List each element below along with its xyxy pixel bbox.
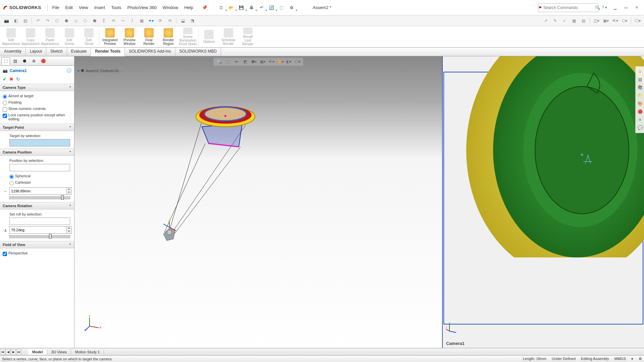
section-target-point[interactable]: Target Point ⌃ [0,124,74,131]
menu-view[interactable]: View [76,4,91,11]
tool-19[interactable]: ⬓ [178,17,187,25]
section-field-of-view[interactable]: Field of View ⌃ [0,241,74,248]
tool-7[interactable]: ⬢ [62,17,71,25]
tab-layout[interactable]: Layout [26,48,46,56]
spin-up[interactable]: ▲ [67,188,71,191]
tool-11[interactable]: Σ [100,17,108,25]
angle-spinner[interactable]: ▲▼ [9,226,71,234]
menu-help[interactable]: Help [181,4,196,11]
tool-6[interactable]: ⬡ [53,17,61,25]
status-units[interactable]: MMGS [614,357,626,361]
angle-slider[interactable] [9,235,70,238]
section-camera-rotation[interactable]: Camera Rotation ⌃ [0,202,74,209]
section-camera-type[interactable]: Camera Type ⌃ [0,84,74,91]
distance-input[interactable] [10,188,66,194]
status-dropdown[interactable]: ▾ [631,357,633,361]
tool-3[interactable]: ▤ [21,17,30,25]
target-selection-input[interactable] [9,139,70,146]
nav-last[interactable]: ⏭ [16,349,21,355]
distance-spinner[interactable]: ▲▼ [9,187,71,195]
rebuild-button[interactable]: 🔄 [267,4,276,12]
distance-slider[interactable] [9,196,70,199]
ribbon-final-render[interactable]: FinalRender [139,27,159,47]
view-triad[interactable]: Y X Z [85,314,101,331]
tool-r4[interactable]: ▦ [570,17,578,25]
spin-down[interactable]: ▼ [67,230,71,233]
resources-icon[interactable]: ▤ [636,76,644,83]
close-button[interactable]: ✕ [632,4,641,11]
tool-8[interactable]: ◇ [71,17,80,25]
collapse-icon[interactable]: ⌃ [69,126,71,129]
tool-20[interactable]: ⬔ [188,17,197,25]
radio-floating[interactable] [3,101,7,105]
camera-viewport[interactable]: + Y Z Camera1 [443,56,644,348]
collapse-icon[interactable]: ⌃ [69,204,71,208]
tool-15[interactable]: ▦ [137,17,146,25]
status-customize[interactable]: ⚙ [639,357,642,361]
tool-r1[interactable]: ↗ [541,17,550,25]
menu-insert[interactable]: Insert [92,4,108,11]
check-perspective[interactable] [3,252,7,256]
undo-button[interactable]: ↶ [257,4,266,12]
ribbon-preview-window[interactable]: PreviewWindow [120,27,139,47]
tool-r7[interactable]: ▣▾ [601,17,610,25]
tool-9[interactable]: ⬠ [81,17,90,25]
help-dropdown[interactable]: ? ▾ [600,4,609,11]
nav-prev[interactable]: ◀ [5,349,11,355]
refresh-button[interactable]: ↻ [16,76,20,82]
tool-r2[interactable]: ✎ [551,17,559,25]
check-lock-camera[interactable] [3,114,7,118]
camera-view-triad[interactable]: Y Z [446,322,458,335]
view-palette-icon[interactable]: 🎨 [636,100,644,107]
nav-first[interactable]: ⏮ [0,349,5,355]
tool-17[interactable]: ⟳ [156,17,165,25]
spin-down[interactable]: ▼ [67,191,71,194]
menu-photoview360[interactable]: PhotoView 360 [125,4,159,11]
tool-10[interactable]: ⬣ [90,17,99,25]
panel-tab-property[interactable]: ▤ [11,57,19,65]
ribbon-render-region[interactable]: RenderRegion [159,27,178,47]
new-doc-button[interactable]: 🗋 [217,4,226,12]
tool-13[interactable]: ⤳ [118,17,127,25]
tool-16[interactable]: ✦▾ [147,17,155,25]
tool-r3[interactable]: ✓ [560,17,569,25]
cancel-button[interactable]: ✖ [9,76,13,82]
custom-props-icon[interactable]: ≡ [636,116,644,123]
collapse-icon[interactable]: ⌃ [69,86,71,89]
tab-solidworks-mbd[interactable]: SOLIDWORKS MBD [175,48,221,56]
angle-input[interactable] [10,227,66,233]
tool-r6[interactable]: ◫▾ [592,17,601,25]
tool-r5[interactable]: ▤ [579,17,588,25]
collapse-icon[interactable]: ⌃ [69,150,71,154]
nav-next[interactable]: ▶ [11,349,16,355]
design-library-icon[interactable]: 📚 [636,84,644,91]
menu-file[interactable]: File [50,4,62,11]
restore-button[interactable]: ▭ [621,4,631,11]
panel-tab-feature-tree[interactable]: ⬚ [1,57,10,65]
radio-spherical[interactable] [9,175,14,179]
radio-aimed[interactable] [3,95,7,99]
appearances-icon[interactable]: 🔴 [636,108,644,115]
file-explorer-icon[interactable]: 📁 [636,92,644,99]
main-viewport[interactable]: 🔍 ⬚ ⬅ ◩ ⬢▾ ▣▾ 👁▾ 🎨▾ ◐▾ 🖵▾ ▸ ⬢ Assem2 (De… [74,56,443,348]
roll-selection-input[interactable] [9,218,70,225]
tool-2[interactable]: ◧ [11,17,20,25]
panel-help-icon[interactable]: ⓘ [67,68,71,74]
bottom-tab-model[interactable]: Model [28,349,47,355]
ok-button[interactable]: ✔ [3,76,7,82]
tab-sketch[interactable]: Sketch [46,48,67,56]
panel-tab-config[interactable]: ⬢ [20,57,29,65]
tool-r8[interactable]: 👁▾ [611,17,620,25]
open-doc-button[interactable]: 📂 [227,4,236,12]
home-icon[interactable]: ⌂ [636,68,644,75]
menu-tools[interactable]: Tools [108,4,124,11]
tool-r10[interactable]: 🖵▾ [633,17,642,25]
print-button[interactable]: 🖶 [247,4,256,12]
pin-icon[interactable]: 📌 [199,4,210,11]
tool-14[interactable]: ⤴ [128,17,137,25]
panel-tab-appearance[interactable]: 🔴 [39,57,48,65]
tool-18[interactable]: ⟲ [165,17,174,25]
tab-assembly[interactable]: Assembly [0,48,26,56]
menu-window[interactable]: Window [160,4,181,11]
menu-edit[interactable]: Edit [63,4,75,11]
